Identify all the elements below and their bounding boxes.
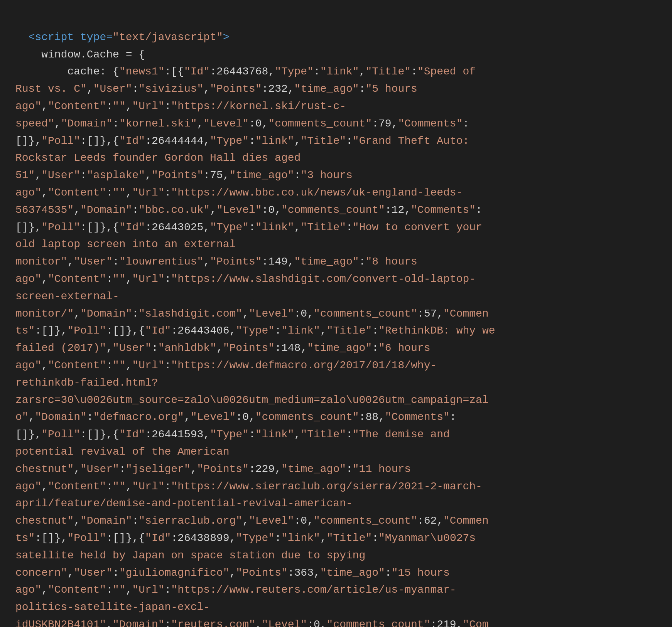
line-7: []},"Poll":[]},{"Id":26444444,"Type":"li… — [15, 135, 469, 147]
line-34: politics-satellite-japan-excl- — [15, 601, 210, 613]
line-3: cache: {"news1":[{"Id":26443768,"Type":"… — [15, 66, 476, 78]
line-35: idUSKBN2B4101" — [15, 619, 106, 627]
line-15: ago" — [15, 273, 41, 285]
line-10: ago" — [15, 187, 41, 199]
line-23: o" — [15, 411, 29, 423]
code-display: <script type="text/javascript"> window.C… — [15, 12, 657, 627]
line-9: 51" — [15, 169, 35, 181]
line-32: concern" — [15, 567, 67, 579]
line-12: []},"Poll":[]},{"Id":26443025,"Type":"li… — [15, 221, 482, 233]
line-31: satellite held by Japan on space station… — [15, 549, 365, 561]
line-21: rethinkdb-failed.html? — [15, 377, 158, 389]
line-17: monitor/" — [15, 308, 74, 320]
line-18: ts" — [15, 325, 35, 337]
script-open-tag: <script type="text/javascript"> — [29, 31, 230, 43]
line-33: ago" — [15, 584, 41, 596]
line-11: 56374535" — [15, 204, 74, 216]
line-8: Rockstar Leeds founder Gordon Hall dies … — [15, 152, 301, 164]
line-26: chestnut" — [15, 463, 74, 475]
line-6: speed" — [15, 118, 54, 130]
line-25: potential revival of the American — [15, 446, 230, 458]
line-19: failed (2017)" — [15, 342, 106, 354]
line-4: Rust vs. C" — [15, 83, 87, 95]
line-5: ago" — [15, 100, 41, 112]
line-13: old laptop screen into an external — [15, 238, 236, 250]
line-2: window.Cache = { — [15, 49, 145, 61]
line-14: monitor" — [15, 256, 67, 268]
line-16: screen-external- — [15, 290, 119, 302]
line-30: ts" — [15, 532, 35, 544]
line-22: zarsrc=30\u0026utm_source=zalo\u0026utm_… — [15, 394, 489, 406]
line-20: ago" — [15, 359, 41, 371]
line-27: ago" — [15, 480, 41, 492]
line-28: april/feature/demise-and-potential-reviv… — [15, 497, 353, 509]
line-24: []},"Poll":[]},{"Id":26441593,"Type":"li… — [15, 428, 450, 440]
line-29: chestnut" — [15, 515, 74, 527]
